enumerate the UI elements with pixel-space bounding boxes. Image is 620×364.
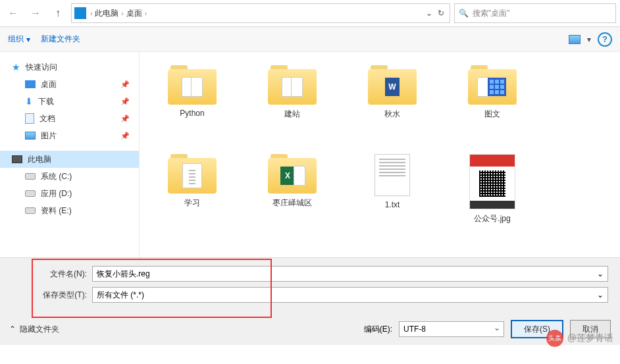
chevron-right-icon: › <box>121 10 123 17</box>
search-icon: 🔍 <box>459 9 469 18</box>
file-item[interactable]: 公众号.jpg <box>459 154 525 224</box>
sidebar-quick-access[interactable]: ★ 快速访问 <box>0 59 139 76</box>
sidebar-desktop[interactable]: 桌面 📌 <box>0 76 139 93</box>
forward-button: → <box>26 4 45 22</box>
pin-icon: 📌 <box>120 97 130 106</box>
watermark: 头条 @莲梦青语 <box>546 330 613 347</box>
sidebar-downloads[interactable]: ⬇ 下载 📌 <box>0 93 139 110</box>
folder-item[interactable]: X 枣庄峄城区 <box>259 154 325 224</box>
encoding-select[interactable]: UTF-8 <box>399 321 504 337</box>
folder-item[interactable]: W 秋水 <box>359 65 425 120</box>
chevron-down-icon: ▾ <box>26 35 30 44</box>
location-icon <box>74 7 86 19</box>
watermark-text: @莲梦青语 <box>567 332 613 344</box>
folder-icon: W <box>368 65 417 105</box>
sidebar-this-pc[interactable]: 此电脑 <box>0 151 139 168</box>
pc-icon <box>12 155 22 163</box>
drive-icon <box>25 207 36 214</box>
folder-icon: X <box>268 154 317 194</box>
folder-icon <box>168 154 217 194</box>
search-placeholder: 搜索"桌面" <box>473 8 510 19</box>
up-button[interactable]: ↑ <box>49 4 67 22</box>
sidebar-pictures[interactable]: 图片 📌 <box>0 127 139 144</box>
chevron-right-icon: › <box>90 10 92 17</box>
filename-label: 文件名(N): <box>38 269 92 280</box>
chevron-up-icon: ⌃ <box>9 325 16 334</box>
help-icon[interactable]: ? <box>598 32 612 47</box>
address-field[interactable]: › 此电脑 › 桌面 › ⌄ ↻ <box>71 3 450 23</box>
filetype-row: 保存类型(T): 所有文件 (*.*) ⌄ <box>38 287 608 303</box>
image-icon <box>469 154 515 209</box>
desktop-icon <box>25 80 36 88</box>
filetype-label: 保存类型(T): <box>38 290 92 301</box>
new-folder-button[interactable]: 新建文件夹 <box>41 34 80 45</box>
back-button[interactable]: ← <box>4 4 22 22</box>
pictures-icon <box>25 132 36 140</box>
download-icon: ⬇ <box>25 96 33 107</box>
hide-folders-toggle[interactable]: ⌃ 隐藏文件夹 <box>9 324 59 335</box>
watermark-logo: 头条 <box>546 330 563 347</box>
pin-icon: 📌 <box>120 80 130 89</box>
sidebar-drive-e[interactable]: 资料 (E:) <box>0 202 139 219</box>
sidebar-drive-c[interactable]: 系统 (C:) <box>0 168 139 185</box>
file-grid: Python 建站 W 秋水 图文 学习 X 枣庄峄城区 <box>140 52 620 257</box>
txt-icon <box>375 154 410 196</box>
dropdown-icon[interactable]: ⌄ <box>426 9 432 18</box>
folder-item[interactable]: Python <box>159 65 225 120</box>
organize-menu[interactable]: 组织 ▾ <box>8 34 30 45</box>
toolbar: 组织 ▾ 新建文件夹 ▾ ? <box>0 27 620 52</box>
search-input[interactable]: 🔍 搜索"桌面" <box>454 3 616 23</box>
address-bar: ← → ↑ › 此电脑 › 桌面 › ⌄ ↻ 🔍 搜索"桌面" <box>0 0 620 27</box>
filetype-select[interactable]: 所有文件 (*.*) ⌄ <box>92 287 608 303</box>
folder-item[interactable]: 建站 <box>259 65 325 120</box>
pin-icon: 📌 <box>120 132 130 140</box>
sidebar-documents[interactable]: 文档 📌 <box>0 110 139 127</box>
view-mode-icon[interactable] <box>569 35 581 44</box>
folder-icon <box>168 65 217 105</box>
breadcrumb[interactable]: › 此电脑 › 桌面 › <box>90 8 147 19</box>
star-icon: ★ <box>12 62 20 72</box>
pin-icon: 📌 <box>120 115 130 123</box>
document-icon <box>25 113 34 124</box>
encoding-label: 编码(E): <box>364 324 392 335</box>
sidebar-drive-d[interactable]: 应用 (D:) <box>0 185 139 202</box>
breadcrumb-segment[interactable]: 此电脑 <box>95 8 118 19</box>
breadcrumb-segment[interactable]: 桌面 <box>126 8 142 19</box>
footer: 文件名(N): 恢复小箭头.reg ⌄ 保存类型(T): 所有文件 (*.*) … <box>0 257 620 345</box>
chevron-down-icon[interactable]: ▾ <box>587 35 591 44</box>
drive-icon <box>25 190 36 197</box>
chevron-down-icon[interactable]: ⌄ <box>597 269 604 278</box>
sidebar: ★ 快速访问 桌面 📌 ⬇ 下载 📌 文档 📌 图片 📌 此电脑 <box>0 52 140 257</box>
body: ★ 快速访问 桌面 📌 ⬇ 下载 📌 文档 📌 图片 📌 此电脑 <box>0 52 620 257</box>
folder-icon <box>268 65 317 105</box>
folder-icon <box>468 65 517 105</box>
filename-row: 文件名(N): 恢复小箭头.reg ⌄ <box>38 266 608 282</box>
file-item[interactable]: 1.txt <box>359 154 425 224</box>
chevron-right-icon: › <box>145 10 147 17</box>
folder-item[interactable]: 学习 <box>159 154 225 224</box>
chevron-down-icon[interactable]: ⌄ <box>597 290 604 299</box>
drive-icon <box>25 173 36 180</box>
folder-item[interactable]: 图文 <box>459 65 525 120</box>
filename-input[interactable]: 恢复小箭头.reg ⌄ <box>92 266 608 282</box>
refresh-icon[interactable]: ↻ <box>438 9 444 18</box>
